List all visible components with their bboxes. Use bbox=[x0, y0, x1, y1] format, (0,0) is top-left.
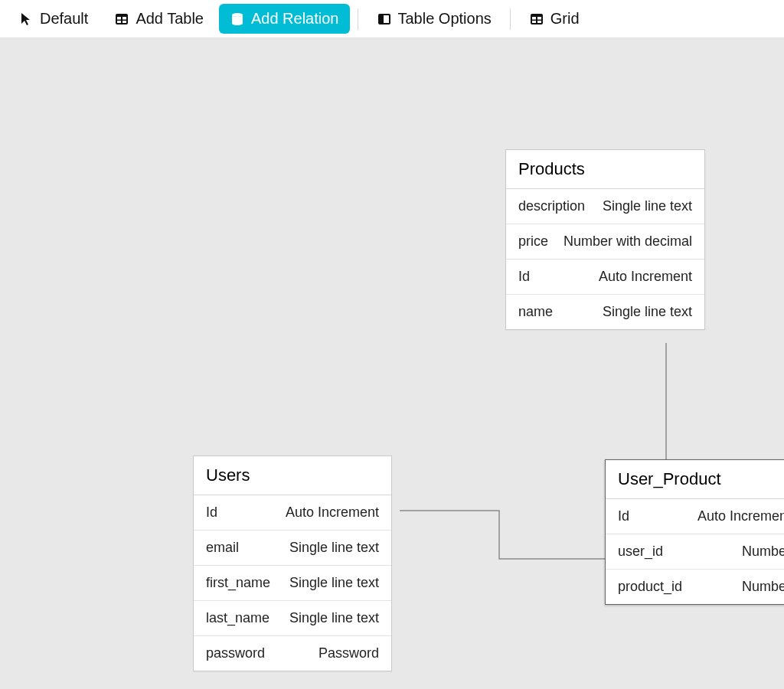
table-user-product[interactable]: User_ProductIdAuto Incrementuser_idNumbe… bbox=[605, 459, 784, 605]
column-name: Id bbox=[618, 508, 629, 524]
column-name: user_id bbox=[618, 544, 663, 560]
table-column-row[interactable]: IdAuto Increment bbox=[606, 499, 784, 534]
column-type: Single line text bbox=[289, 610, 379, 626]
table-column-row[interactable]: product_idNumber bbox=[606, 570, 784, 604]
column-type: Auto Increment bbox=[286, 505, 379, 521]
table-options-button-label: Table Options bbox=[398, 10, 492, 28]
svg-rect-2 bbox=[122, 17, 126, 20]
add-table-button[interactable]: Add Table bbox=[103, 4, 214, 34]
column-type: Number bbox=[742, 579, 784, 595]
svg-rect-4 bbox=[122, 21, 126, 23]
svg-rect-12 bbox=[537, 17, 541, 20]
svg-rect-9 bbox=[384, 15, 389, 23]
cursor-icon bbox=[18, 11, 34, 27]
svg-rect-3 bbox=[117, 21, 121, 23]
add-relation-button-label: Add Relation bbox=[251, 10, 339, 28]
table-column-row[interactable]: IdAuto Increment bbox=[506, 260, 704, 295]
grid-button[interactable]: Grid bbox=[518, 4, 590, 34]
toolbar-divider bbox=[510, 8, 511, 30]
grid-button-label: Grid bbox=[550, 10, 580, 28]
column-name: price bbox=[518, 233, 548, 250]
column-type: Auto Increment bbox=[697, 508, 784, 524]
column-name: last_name bbox=[206, 610, 270, 626]
table-title[interactable]: User_Product bbox=[606, 460, 784, 499]
column-type: Single line text bbox=[289, 575, 379, 591]
column-type: Auto Increment bbox=[599, 269, 692, 285]
column-name: first_name bbox=[206, 575, 270, 591]
table-column-row[interactable]: passwordPassword bbox=[194, 636, 391, 671]
table-icon bbox=[529, 11, 544, 27]
column-type: Single line text bbox=[603, 304, 692, 320]
column-type: Number bbox=[742, 544, 784, 560]
table-users[interactable]: UsersIdAuto IncrementemailSingle line te… bbox=[193, 456, 392, 671]
table-column-row[interactable]: emailSingle line text bbox=[194, 531, 391, 566]
table-options-button[interactable]: Table Options bbox=[366, 4, 502, 34]
toolbar: Default Add Table Add Relation Table Opt… bbox=[0, 0, 784, 38]
default-button[interactable]: Default bbox=[8, 4, 99, 34]
column-name: Id bbox=[518, 269, 530, 285]
table-products[interactable]: ProductsdescriptionSingle line textprice… bbox=[505, 149, 705, 330]
column-name: description bbox=[518, 198, 585, 214]
column-type: Single line text bbox=[603, 198, 692, 214]
svg-point-7 bbox=[232, 17, 243, 21]
relation-line[interactable] bbox=[400, 511, 605, 559]
column-type: Password bbox=[318, 645, 379, 661]
table-column-row[interactable]: last_nameSingle line text bbox=[194, 601, 391, 636]
column-name: Id bbox=[206, 505, 217, 521]
panel-icon bbox=[377, 11, 392, 27]
table-column-row[interactable]: IdAuto Increment bbox=[194, 495, 391, 531]
canvas[interactable]: UsersIdAuto IncrementemailSingle line te… bbox=[0, 38, 784, 689]
svg-rect-14 bbox=[537, 21, 541, 23]
table-column-row[interactable]: nameSingle line text bbox=[506, 295, 704, 329]
svg-rect-1 bbox=[117, 17, 121, 20]
toolbar-divider bbox=[358, 8, 358, 30]
add-table-button-label: Add Table bbox=[136, 10, 204, 28]
table-column-row[interactable]: user_idNumber bbox=[606, 534, 784, 570]
column-type: Single line text bbox=[289, 540, 379, 556]
column-name: password bbox=[206, 645, 265, 661]
table-column-row[interactable]: priceNumber with decimal bbox=[506, 224, 704, 260]
database-icon bbox=[230, 11, 245, 27]
svg-rect-13 bbox=[532, 21, 536, 23]
table-title[interactable]: Products bbox=[506, 150, 704, 189]
add-relation-button[interactable]: Add Relation bbox=[219, 4, 350, 34]
svg-rect-11 bbox=[532, 17, 536, 20]
column-name: product_id bbox=[618, 579, 682, 595]
table-title[interactable]: Users bbox=[194, 456, 391, 495]
table-column-row[interactable]: descriptionSingle line text bbox=[506, 189, 704, 224]
default-button-label: Default bbox=[40, 10, 88, 28]
column-name: name bbox=[518, 304, 553, 320]
table-column-row[interactable]: first_nameSingle line text bbox=[194, 566, 391, 601]
column-type: Number with decimal bbox=[564, 233, 692, 250]
table-icon bbox=[114, 11, 129, 27]
svg-point-5 bbox=[232, 13, 243, 17]
column-name: email bbox=[206, 540, 239, 556]
